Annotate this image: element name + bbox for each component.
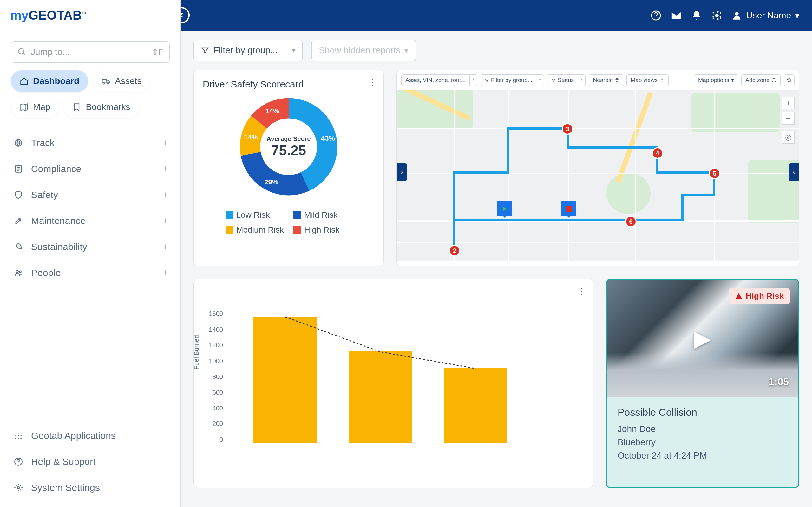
map-filter-group-button[interactable]: Filter by group... xyxy=(480,74,537,86)
donut-slice-label: 43% xyxy=(321,134,335,143)
nav-people[interactable]: People+ xyxy=(6,260,174,286)
checklist-icon xyxy=(12,164,25,173)
scorecard-menu[interactable]: ⋮ xyxy=(368,76,377,88)
video-duration: 1:05 xyxy=(768,376,789,388)
map-refresh-button[interactable] xyxy=(784,74,795,86)
donut-slice-label: 14% xyxy=(244,133,258,141)
user-menu[interactable]: User Name ▾ xyxy=(731,10,799,21)
nav-safety[interactable]: Safety+ xyxy=(6,182,174,208)
map-pin[interactable]: 2 xyxy=(449,245,460,257)
map-locate[interactable]: ◎ xyxy=(782,131,795,144)
map-search-input[interactable]: Asset, VIN, zone, rout... xyxy=(401,74,470,86)
filter-icon xyxy=(551,78,556,82)
gear-icon xyxy=(12,483,25,492)
map-pin[interactable]: 6 xyxy=(625,216,637,227)
svg-point-24 xyxy=(616,79,618,80)
bookmark-icon xyxy=(72,103,81,112)
play-button[interactable]: ▶ xyxy=(694,326,711,351)
expand-icon[interactable]: + xyxy=(163,241,168,252)
expand-icon[interactable]: + xyxy=(163,216,168,226)
risk-badge: High Risk xyxy=(728,288,790,304)
svg-point-1 xyxy=(735,12,739,15)
map-zoom-out[interactable]: − xyxy=(782,112,795,124)
svg-point-11 xyxy=(20,433,21,434)
collision-alert-card[interactable]: High Risk ▶ 1:05 Possible Collision John… xyxy=(606,279,799,488)
nav-system-settings[interactable]: System Settings xyxy=(6,475,174,501)
donut-slice-label: 14% xyxy=(265,107,280,115)
grid-icon xyxy=(12,431,25,440)
map-panel-expand-right[interactable]: ‹ xyxy=(789,163,799,181)
nav-help-support[interactable]: Help & Support xyxy=(6,449,174,475)
filter-group-button[interactable]: Filter by group... xyxy=(194,40,285,61)
map-icon xyxy=(20,103,29,112)
nav-sustainability[interactable]: Sustainability+ xyxy=(6,234,174,260)
svg-point-17 xyxy=(20,438,21,439)
y-tick: 1000 xyxy=(209,357,223,365)
svg-point-19 xyxy=(17,487,20,489)
donut-center-value: 75.25 xyxy=(266,143,310,158)
tab-dashboard[interactable]: Dashboard xyxy=(11,70,88,92)
svg-point-2 xyxy=(19,49,24,54)
expand-icon[interactable]: + xyxy=(163,189,168,200)
filter-icon xyxy=(485,78,489,82)
map-search-caret[interactable]: ▾ xyxy=(470,74,477,86)
map-nearest-button[interactable]: Nearest xyxy=(589,74,623,86)
expand-icon[interactable]: + xyxy=(163,164,168,174)
filter-icon xyxy=(201,46,210,55)
tab-assets[interactable]: Assets xyxy=(93,70,150,92)
map-pin[interactable]: 5 xyxy=(709,168,720,179)
expand-icon[interactable]: + xyxy=(163,137,168,148)
people-icon xyxy=(12,268,25,277)
bell-icon[interactable] xyxy=(691,10,702,21)
filter-group-caret[interactable]: ▾ xyxy=(285,40,303,61)
nav-geotab-applications[interactable]: Geotab Applications xyxy=(6,423,174,449)
nav-compliance[interactable]: Compliance+ xyxy=(6,156,174,182)
map-pin[interactable]: 4 xyxy=(652,147,663,159)
svg-point-12 xyxy=(15,435,16,436)
jump-to-search[interactable]: Jump to... ⇧F xyxy=(11,41,170,63)
y-tick: 400 xyxy=(212,405,223,412)
map-filter-group-caret[interactable]: ▾ xyxy=(537,74,544,86)
nav-track[interactable]: Track+ xyxy=(6,130,174,156)
video-title: Possible Collision xyxy=(618,406,788,418)
show-hidden-reports-button[interactable]: Show hidden reports ▾ xyxy=(311,40,416,61)
gear-icon[interactable] xyxy=(711,10,722,21)
search-icon xyxy=(17,48,26,56)
refresh-icon xyxy=(786,78,792,83)
map-panel-expand-left[interactable]: › xyxy=(397,163,407,181)
nav-maintenance[interactable]: Maintenance+ xyxy=(6,208,174,234)
fuel-chart-menu[interactable]: ⋮ xyxy=(577,285,587,297)
map-options-button[interactable]: Map options ▾ xyxy=(694,74,738,86)
map-pin[interactable]: 3 xyxy=(562,123,573,135)
map-status-button[interactable]: Status xyxy=(547,74,578,86)
mail-icon[interactable] xyxy=(670,10,682,21)
leaf-icon xyxy=(12,242,25,251)
svg-point-14 xyxy=(20,435,21,436)
wrench-icon xyxy=(12,216,25,225)
map-stop-marker[interactable] xyxy=(561,201,576,216)
fuel-burned-chart-card: ⋮ Fuel Burned 16001400120010008006004002… xyxy=(194,279,593,488)
svg-point-10 xyxy=(18,433,19,434)
y-tick: 800 xyxy=(212,373,223,381)
chevron-down-icon: ▾ xyxy=(404,45,409,56)
svg-point-7 xyxy=(16,270,18,273)
map-start-marker[interactable] xyxy=(497,201,512,216)
help-icon[interactable] xyxy=(650,10,662,21)
y-tick: 200 xyxy=(212,420,223,428)
tab-map[interactable]: Map xyxy=(11,96,59,118)
search-shortcut: ⇧F xyxy=(152,48,163,56)
fuel-bar-chart: Fuel Burned 1600140012001000800600400200… xyxy=(203,310,584,456)
search-placeholder: Jump to... xyxy=(31,47,70,57)
legend-item: Mild Risk xyxy=(293,210,352,220)
video-thumbnail[interactable]: High Risk ▶ 1:05 xyxy=(607,280,798,397)
map-status-caret[interactable]: ▾ xyxy=(578,74,586,86)
map-views-button[interactable]: Map views ☆ xyxy=(626,74,669,86)
y-axis-label: Fuel Burned xyxy=(193,335,200,370)
expand-icon[interactable]: + xyxy=(163,268,168,278)
map-zoom-in[interactable]: + xyxy=(782,97,795,109)
shield-icon xyxy=(12,190,25,199)
add-zone-button[interactable]: Add zone xyxy=(741,74,780,86)
tab-bookmarks[interactable]: Bookmarks xyxy=(63,96,139,118)
map-canvas[interactable]: 2 3 4 5 6 + − ◎ › ‹ xyxy=(397,90,799,262)
y-tick: 1400 xyxy=(209,326,223,333)
